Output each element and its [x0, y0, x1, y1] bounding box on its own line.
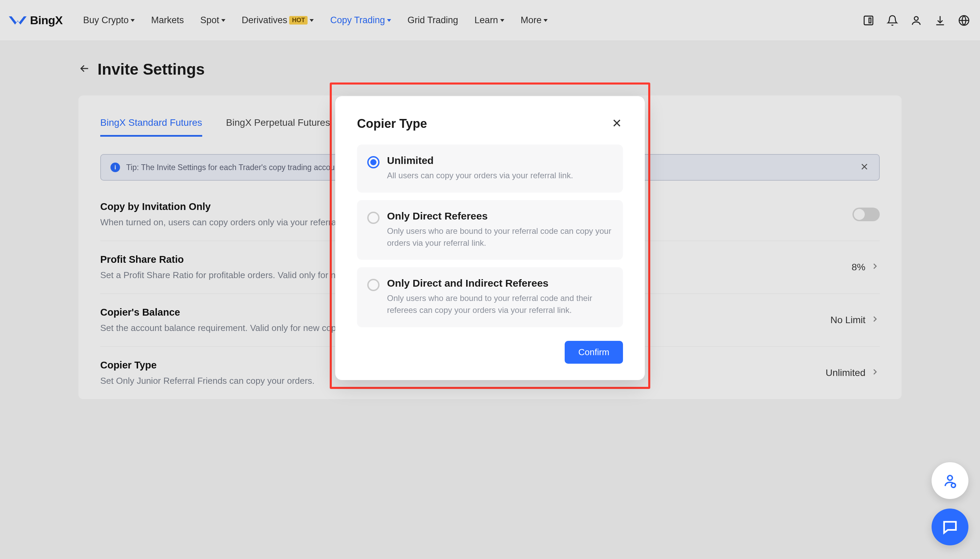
fab-user[interactable] [932, 462, 968, 499]
fab-support[interactable] [932, 509, 968, 545]
option-text: Only Direct RefereesOnly users who are b… [387, 210, 613, 249]
option-unlimited[interactable]: UnlimitedAll users can copy your orders … [357, 144, 623, 193]
copier-type-modal: Copier Type UnlimitedAll users can copy … [335, 96, 645, 380]
radio[interactable] [367, 212, 379, 224]
option-only-direct-referees[interactable]: Only Direct RefereesOnly users who are b… [357, 200, 623, 260]
modal-footer: Confirm [357, 341, 623, 364]
radio[interactable] [367, 156, 379, 169]
close-icon[interactable] [611, 117, 623, 131]
svg-point-4 [948, 475, 952, 480]
radio[interactable] [367, 279, 379, 291]
option-desc: Only users who are bound to your referra… [387, 225, 613, 249]
option-text: Only Direct and Indirect RefereesOnly us… [387, 278, 613, 316]
option-title: Only Direct Referees [387, 210, 613, 222]
option-desc: All users can copy your orders via your … [387, 170, 573, 182]
modal-title: Copier Type [357, 117, 427, 131]
option-desc: Only users who are bound to your referra… [387, 293, 613, 316]
option-title: Only Direct and Indirect Referees [387, 278, 613, 289]
option-title: Unlimited [387, 155, 573, 166]
modal-options: UnlimitedAll users can copy your orders … [357, 144, 623, 327]
modal-header: Copier Type [357, 117, 623, 131]
option-text: UnlimitedAll users can copy your orders … [387, 155, 573, 182]
highlight-box: Copier Type UnlimitedAll users can copy … [330, 83, 650, 389]
modal-overlay: Copier Type UnlimitedAll users can copy … [0, 0, 980, 559]
confirm-button[interactable]: Confirm [564, 341, 623, 364]
option-only-direct-and-indirect-referees[interactable]: Only Direct and Indirect RefereesOnly us… [357, 267, 623, 327]
